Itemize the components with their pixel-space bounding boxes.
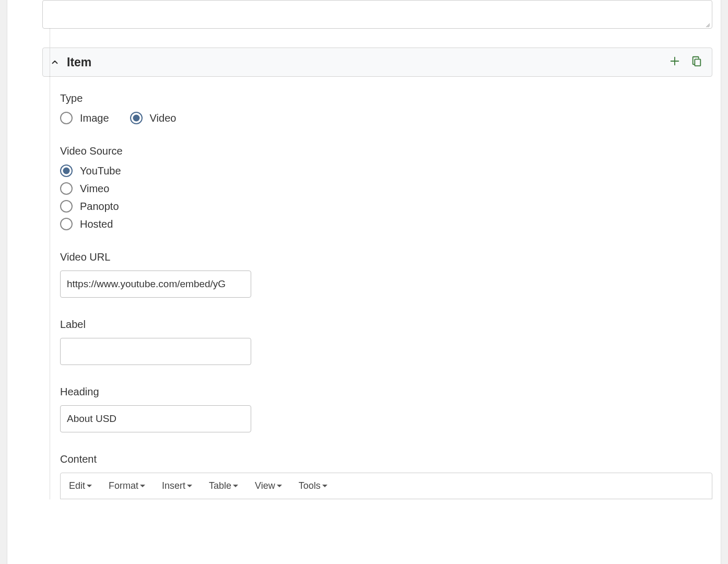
video-source-group: Video Source YouTube Vimeo	[60, 145, 712, 230]
radio-icon	[60, 112, 73, 124]
radio-option-video[interactable]: Video	[130, 112, 177, 124]
editor-toolbar: Edit Format Insert Table	[60, 473, 712, 499]
video-url-group: Video URL	[60, 251, 712, 298]
label-label: Label	[60, 319, 712, 331]
menu-label: Format	[109, 480, 138, 491]
radio-icon	[60, 218, 73, 230]
tree-guide-line	[50, 0, 50, 499]
radio-option-hosted[interactable]: Hosted	[60, 218, 712, 230]
radio-option-panopto[interactable]: Panopto	[60, 200, 712, 213]
radio-icon	[60, 164, 73, 177]
item-header-actions	[669, 55, 702, 69]
menu-label: Edit	[69, 480, 85, 491]
radio-label: YouTube	[80, 165, 121, 177]
editor-menu-table[interactable]: Table	[209, 480, 238, 491]
radio-label: Vimeo	[80, 183, 109, 195]
editor-menu-edit[interactable]: Edit	[69, 480, 92, 491]
menu-label: Insert	[162, 480, 185, 491]
menu-label: View	[255, 480, 275, 491]
item-header-left: Item	[50, 55, 91, 69]
editor-menu-tools[interactable]: Tools	[299, 480, 327, 491]
editor-menu-insert[interactable]: Insert	[162, 480, 192, 491]
item-section: Item Type	[42, 48, 712, 499]
editor-menu-format[interactable]: Format	[109, 480, 145, 491]
video-source-radio-col: YouTube Vimeo Panopto	[60, 164, 712, 230]
label-group: Label	[60, 319, 712, 365]
chevron-down-icon	[87, 485, 92, 487]
video-url-label: Video URL	[60, 251, 712, 263]
type-radio-row: Image Video	[60, 112, 712, 124]
type-label: Type	[60, 92, 712, 104]
heading-group: Heading	[60, 386, 712, 432]
resize-grip-icon[interactable]	[703, 21, 710, 27]
chevron-down-icon	[322, 485, 327, 487]
plus-icon[interactable]	[669, 55, 680, 69]
content-wrapper: Item Type	[25, 0, 721, 499]
radio-option-image[interactable]: Image	[60, 112, 109, 124]
radio-icon	[130, 112, 143, 124]
heading-label: Heading	[60, 386, 712, 398]
radio-icon	[60, 200, 73, 213]
item-body: Type Image Video	[42, 77, 712, 499]
copy-icon[interactable]	[691, 55, 702, 69]
menu-label: Tools	[299, 480, 321, 491]
content-label: Content	[60, 453, 712, 465]
item-header[interactable]: Item	[42, 48, 712, 77]
editor-menu-view[interactable]: View	[255, 480, 282, 491]
chevron-up-icon[interactable]	[50, 57, 60, 67]
radio-label: Image	[80, 112, 109, 124]
heading-input[interactable]	[60, 405, 251, 432]
radio-label: Video	[150, 112, 177, 124]
svg-rect-2	[695, 59, 700, 66]
type-group: Type Image Video	[60, 92, 712, 124]
radio-label: Hosted	[80, 218, 113, 230]
chevron-down-icon	[187, 485, 192, 487]
prior-textarea[interactable]	[42, 0, 712, 29]
radio-label: Panopto	[80, 201, 119, 213]
content-group: Content Edit Format Insert	[60, 453, 712, 499]
item-title: Item	[67, 55, 91, 69]
page-container: Item Type	[7, 0, 721, 564]
video-source-label: Video Source	[60, 145, 712, 157]
radio-option-youtube[interactable]: YouTube	[60, 164, 712, 177]
chevron-down-icon	[277, 485, 282, 487]
chevron-down-icon	[233, 485, 238, 487]
chevron-down-icon	[140, 485, 145, 487]
menu-label: Table	[209, 480, 231, 491]
radio-icon	[60, 182, 73, 195]
label-input[interactable]	[60, 338, 251, 365]
video-url-input[interactable]	[60, 271, 251, 298]
radio-option-vimeo[interactable]: Vimeo	[60, 182, 712, 195]
inner-content: Item Type	[25, 0, 721, 499]
